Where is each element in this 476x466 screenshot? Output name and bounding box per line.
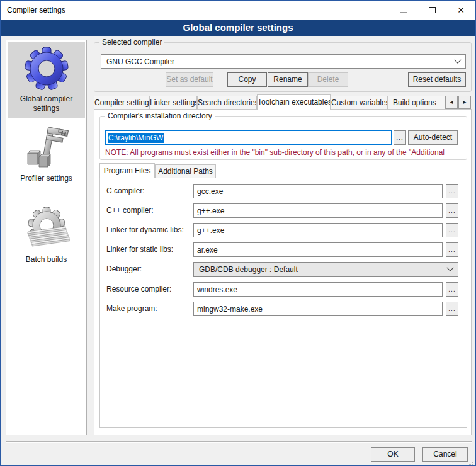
tab-toolchain-executables[interactable]: Toolchain executables	[257, 94, 331, 110]
sidebar-item-label: Batch builds	[26, 255, 67, 264]
cpp-compiler-label: C++ compiler:	[106, 203, 154, 218]
c-compiler-browse-button[interactable]: ...	[446, 184, 458, 198]
gray-gear-stack-icon	[23, 206, 70, 253]
static-linker-input[interactable]	[193, 242, 443, 257]
program-files-tab-strip: Program Files Additional Paths	[99, 163, 467, 178]
static-linker-label: Linker for static libs:	[106, 242, 173, 257]
sidebar-item-batch-builds[interactable]: Batch builds	[8, 202, 85, 270]
resource-compiler-browse-button[interactable]: ...	[446, 282, 458, 297]
maximize-button[interactable]	[417, 1, 446, 20]
settings-category-list: Global compiler settings	[6, 40, 87, 435]
compiler-settings-dialog: Compiler settings ✕ Global compiler sett…	[0, 0, 476, 466]
caption-buttons: ✕	[388, 1, 475, 20]
compiler-select-value: GNU GCC Compiler	[106, 57, 174, 66]
directory-note: NOTE: All programs must exist either in …	[105, 148, 465, 157]
title-bar: Compiler settings ✕	[1, 1, 475, 20]
resize-grip[interactable]	[472, 462, 473, 463]
installation-directory-input[interactable]: C:\raylib\MinGW	[105, 130, 392, 145]
copy-button[interactable]: Copy	[227, 72, 267, 87]
delete-button[interactable]: Delete	[308, 72, 348, 87]
debugger-select-value: GDB/CDB debugger : Default	[199, 265, 298, 274]
directory-browse-button[interactable]: ...	[394, 130, 406, 145]
page-title: Global compiler settings	[1, 20, 475, 36]
cpp-compiler-browse-button[interactable]: ...	[446, 203, 458, 218]
static-linker-browse-button[interactable]: ...	[446, 242, 458, 257]
selected-compiler-group: Selected compiler GNU GCC Compiler Set a…	[94, 42, 472, 92]
dynamic-linker-browse-button[interactable]: ...	[446, 223, 458, 237]
tab-compiler-settings[interactable]: Compiler settings	[94, 96, 149, 109]
set-as-default-button[interactable]: Set as default	[166, 72, 213, 87]
program-files-panel: C compiler: ... C++ compiler: ... Linker…	[99, 178, 467, 428]
ok-button[interactable]: OK	[371, 447, 415, 462]
window-title: Compiler settings	[1, 6, 65, 14]
tab-custom-variables[interactable]: Custom variables	[331, 96, 387, 109]
minimize-icon	[400, 12, 407, 13]
tab-additional-paths[interactable]: Additional Paths	[155, 164, 216, 178]
dynamic-linker-input[interactable]	[193, 223, 443, 237]
sidebar-item-label: Profiler settings	[20, 174, 72, 183]
c-compiler-label: C compiler:	[106, 184, 145, 198]
resource-compiler-input[interactable]	[193, 282, 443, 297]
tab-linker-settings[interactable]: Linker settings	[149, 96, 197, 109]
maximize-icon	[429, 7, 436, 13]
c-compiler-input[interactable]	[193, 184, 443, 198]
sidebar-item-label: Global compiler settings	[9, 94, 84, 113]
reset-defaults-button[interactable]: Reset defaults	[408, 72, 466, 87]
debugger-select[interactable]: GDB/CDB debugger : Default	[193, 262, 458, 277]
chevron-down-icon	[446, 264, 453, 271]
make-program-browse-button[interactable]: ...	[446, 302, 458, 316]
settings-tab-strip: Compiler settings Linker settings Search…	[94, 94, 472, 110]
dynamic-linker-label: Linker for dynamic libs:	[106, 223, 184, 237]
close-icon: ✕	[457, 6, 465, 14]
tab-scroll-right-button[interactable]: ►	[458, 96, 471, 109]
resource-compiler-label: Resource compiler:	[106, 282, 171, 297]
footer-divider	[6, 441, 472, 443]
toolchain-executables-page: Compiler's installation directory C:\ray…	[94, 109, 472, 435]
tab-program-files[interactable]: Program Files	[99, 163, 155, 178]
caliper-icon	[23, 125, 70, 171]
sidebar-item-profiler-settings[interactable]: Profiler settings	[8, 121, 85, 188]
tab-scroll-left-button[interactable]: ◄	[445, 96, 458, 109]
debugger-label: Debugger:	[106, 262, 142, 276]
installation-directory-value: C:\raylib\MinGW	[108, 133, 164, 143]
chevron-down-icon	[454, 56, 461, 63]
close-button[interactable]: ✕	[446, 1, 475, 20]
tab-build-options[interactable]: Build options	[387, 96, 445, 109]
compiler-select[interactable]: GNU GCC Compiler	[101, 54, 466, 69]
rename-button[interactable]: Rename	[268, 72, 308, 87]
installation-directory-group: Compiler's installation directory C:\ray…	[99, 116, 467, 160]
blue-gear-icon	[23, 45, 70, 92]
cpp-compiler-input[interactable]	[193, 203, 443, 218]
selected-compiler-legend: Selected compiler	[99, 38, 164, 47]
cancel-button[interactable]: Cancel	[422, 447, 468, 462]
installation-directory-legend: Compiler's installation directory	[105, 111, 215, 121]
sidebar-item-global-compiler-settings[interactable]: Global compiler settings	[8, 42, 85, 118]
auto-detect-button[interactable]: Auto-detect	[408, 130, 458, 145]
tab-search-directories[interactable]: Search directories	[197, 96, 257, 109]
minimize-button[interactable]	[388, 1, 417, 20]
make-program-input[interactable]	[193, 302, 443, 316]
make-program-label: Make program:	[106, 302, 157, 316]
